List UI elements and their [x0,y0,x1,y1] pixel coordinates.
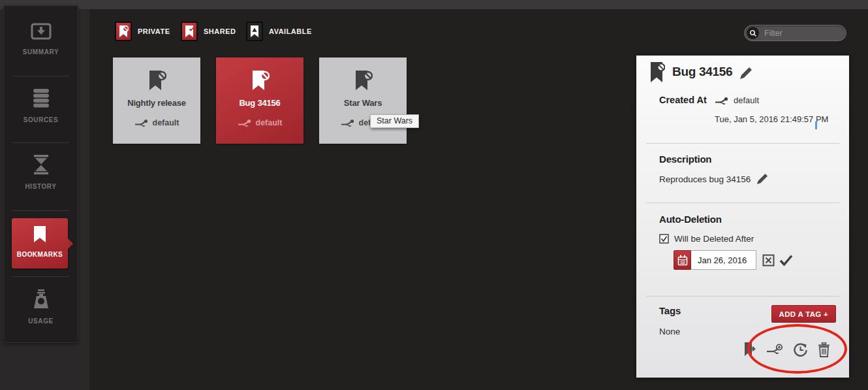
pencil-icon[interactable] [739,67,752,80]
description-value: Reproduces bug 34156 [659,174,751,184]
filter-label: SHARED [204,27,236,35]
auto-deletion-label: Auto-Deletion [659,214,793,225]
description-label: Description [659,154,768,165]
branch-icon [238,118,252,127]
sidebar-item-bookmarks[interactable]: BOOKMARKS [12,218,68,268]
scale-icon [32,289,50,309]
bookmark-icon [33,226,46,243]
bookmark-private-icon [115,22,132,41]
filter-label: PRIVATE [138,27,170,35]
confirm-check-icon[interactable] [779,255,793,266]
restore-clock-icon[interactable] [793,342,808,357]
window-top-strip [0,0,868,9]
description-section: Description Reproduces bug 34156 [659,154,768,185]
branch-icon [134,118,149,127]
sidebar: SUMMARY SOURCES [3,5,78,343]
panel-header: Bug 34156 [649,61,752,84]
tags-label: Tags [659,305,681,316]
summary-tray-icon [31,23,52,40]
sidebar-item-label: HISTORY [4,183,78,190]
bookmark-actions [743,342,830,357]
sidebar-item-sources[interactable]: SOURCES [4,88,78,123]
bookmark-shared-icon [181,22,198,41]
text-cursor [815,122,817,129]
hourglass-icon [32,155,50,174]
bookmark-private-icon [649,61,665,84]
bookmark-detail-panel: Bug 34156 Created At [636,56,849,378]
main-content: PRIVATE SHARED AVAILABLE [89,9,868,390]
database-icon [31,88,51,108]
card-branch-label: default [153,118,179,127]
sidebar-item-label: SOURCES [4,116,78,123]
branch-icon [715,96,729,105]
sidebar-item-label: BOOKMARKS [12,251,68,258]
auto-delete-date-input[interactable]: Jan 26, 2016 [691,250,756,270]
created-timestamp: Tue, Jan 5, 2016 21:49:57 PM [715,114,828,124]
panel-divider [646,296,839,297]
filter-shared[interactable]: SHARED [181,22,236,41]
bookmark-private-icon [147,71,166,91]
add-tag-label: ADD A TAG + [779,310,828,318]
sidebar-divider [12,276,69,277]
created-branch-value: default [734,95,759,105]
bookmark-private-icon [250,71,270,91]
add-tag-button[interactable]: ADD A TAG + [771,305,836,323]
filter-private[interactable]: PRIVATE [115,22,170,41]
tags-section: Tags None [659,305,681,336]
bookmark-private-icon [353,71,373,91]
search-icon [747,27,759,39]
tags-value: None [659,327,681,336]
search-input[interactable] [759,29,846,38]
created-at-section: Created At default Tue, [659,93,837,124]
bookmark-share-icon[interactable] [743,342,756,357]
search-box[interactable] [744,25,846,41]
checkbox-checked-icon[interactable] [659,234,669,244]
filter-label: AVAILABLE [269,27,312,35]
sidebar-item-label: USAGE [4,317,78,325]
sidebar-item-summary[interactable]: SUMMARY [4,23,78,56]
created-at-label: Created At [659,93,715,124]
app-window: SUMMARY SOURCES [0,0,868,390]
calendar-icon[interactable] [674,250,691,270]
clear-box-icon[interactable] [762,254,775,267]
card-title: Bug 34156 [216,98,303,108]
auto-deletion-section: Auto-Deletion Will be Deleted After [659,214,793,270]
panel-divider [646,203,839,203]
sidebar-item-usage[interactable]: USAGE [4,289,78,325]
sidebar-divider [12,76,69,76]
bookmark-available-icon [246,22,263,41]
trash-icon[interactable] [818,342,830,357]
sidebar-divider [12,142,69,143]
card-title: Nightly release [113,98,200,108]
branch-add-icon[interactable] [766,343,783,356]
tooltip: Star Wars [370,114,419,128]
tooltip-text: Star Wars [377,116,412,125]
bookmark-card-nightly-release[interactable]: Nightly release default [113,57,200,144]
pencil-icon[interactable] [756,173,768,185]
auto-deletion-checkbox-label: Will be Deleted After [674,234,754,244]
bookmark-card-star-wars[interactable]: Star Wars default [319,57,407,144]
sidebar-divider [12,210,69,211]
filter-available[interactable]: AVAILABLE [246,22,312,41]
bookmark-card-bug-34156[interactable]: Bug 34156 default [216,57,303,144]
branch-icon [341,118,355,127]
panel-divider [646,143,839,144]
card-branch-label: default [256,118,283,127]
sidebar-item-history[interactable]: HISTORY [4,155,78,190]
sidebar-item-label: SUMMARY [4,48,78,56]
panel-title: Bug 34156 [672,65,732,79]
active-item-arrow [68,238,73,249]
card-title: Star Wars [319,98,407,108]
